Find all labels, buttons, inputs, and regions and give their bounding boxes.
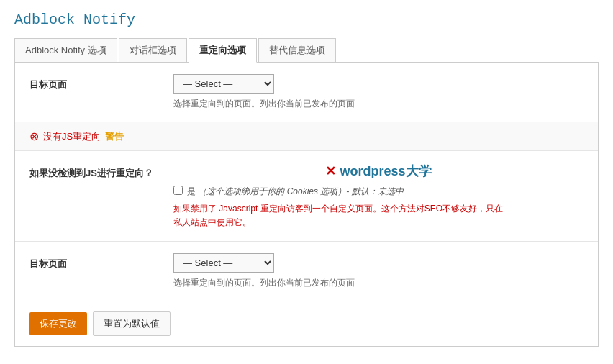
page-wrapper: Adblock Notify Adblock Notify 选项 对话框选项 重…: [0, 0, 613, 364]
content-area: 目标页面 — Select — 选择重定向到的页面。列出你当前已发布的页面 ⊗ …: [14, 63, 599, 347]
footer-section: 保存更改 重置为默认值: [15, 301, 598, 346]
js-redirect-checkbox[interactable]: [173, 186, 183, 195]
target-page-select-top[interactable]: — Select —: [173, 74, 274, 94]
field-content-target-top: — Select — 选择重定向到的页面。列出你当前已发布的页面: [173, 74, 584, 110]
tab-alternative[interactable]: 替代信息选项: [258, 38, 336, 62]
alert-icon: ⊗: [29, 129, 39, 143]
page-title: Adblock Notify: [14, 12, 599, 28]
field-label-target-top: 目标页面: [29, 74, 159, 91]
select-wrapper-bottom: — Select —: [173, 253, 584, 273]
tab-dialog[interactable]: 对话框选项: [119, 38, 187, 62]
field-row-target-bottom: 目标页面 — Select — 选择重定向到的页面。列出你当前已发布的页面: [29, 253, 584, 289]
warning-text: 警告: [105, 130, 124, 143]
watermark-x: ✕: [325, 164, 336, 178]
reset-button[interactable]: 重置为默认值: [93, 311, 171, 336]
red-line1: 如果禁用了 Javascript 重定向访客到一个自定义页面。这个方法对SEO不…: [173, 204, 503, 214]
field-row-target-top: 目标页面 — Select — 选择重定向到的页面。列出你当前已发布的页面: [29, 74, 584, 110]
field-label-target-bottom: 目标页面: [29, 253, 159, 270]
select-wrapper-top: — Select —: [173, 74, 584, 94]
watermark-area: ✕ wordpress大学: [173, 163, 584, 180]
checkbox-label: 是 （这个选项绑用于你的 Cookies 选项）- 默认：未选中: [187, 186, 404, 198]
checkbox-label-prefix: 是: [187, 186, 196, 196]
red-description: 如果禁用了 Javascript 重定向访客到一个自定义页面。这个方法对SEO不…: [173, 202, 584, 229]
field-hint-top: 选择重定向到的页面。列出你当前已发布的页面: [173, 98, 584, 110]
tab-redirect[interactable]: 重定向选项: [189, 38, 257, 63]
field-hint-bottom: 选择重定向到的页面。列出你当前已发布的页面: [173, 277, 584, 289]
field-label-js: 如果没检测到JS进行重定向？: [29, 163, 159, 180]
field-content-js: ✕ wordpress大学 是 （这个选项绑用于你的 Cookies 选项）- …: [173, 163, 584, 229]
section-js-redirect: 如果没检测到JS进行重定向？ ✕ wordpress大学 是 （这个选项绑用于你…: [15, 151, 598, 242]
tabs-bar: Adblock Notify 选项 对话框选项 重定向选项 替代信息选项: [14, 38, 599, 63]
target-page-select-bottom[interactable]: — Select —: [173, 253, 274, 273]
field-content-target-bottom: — Select — 选择重定向到的页面。列出你当前已发布的页面: [173, 253, 584, 289]
section-target-page-top: 目标页面 — Select — 选择重定向到的页面。列出你当前已发布的页面: [15, 63, 598, 122]
checkbox-row: 是 （这个选项绑用于你的 Cookies 选项）- 默认：未选中: [173, 186, 584, 198]
watermark-brand: wordpress大学: [340, 164, 431, 178]
tab-adblock-notify[interactable]: Adblock Notify 选项: [14, 38, 117, 62]
watermark: ✕ wordpress大学: [325, 164, 431, 178]
section-target-page-bottom: 目标页面 — Select — 选择重定向到的页面。列出你当前已发布的页面: [15, 242, 598, 301]
save-button[interactable]: 保存更改: [29, 312, 87, 335]
red-line2: 私人站点中使用它。: [173, 217, 251, 227]
alert-section: ⊗ 没有JS重定向 警告: [15, 122, 598, 151]
checkbox-label-rest: （这个选项绑用于你的 Cookies 选项）- 默认：未选中: [198, 186, 403, 196]
alert-text: 没有JS重定向: [43, 130, 101, 143]
field-row-js: 如果没检测到JS进行重定向？ ✕ wordpress大学 是 （这个选项绑用于你…: [29, 163, 584, 229]
